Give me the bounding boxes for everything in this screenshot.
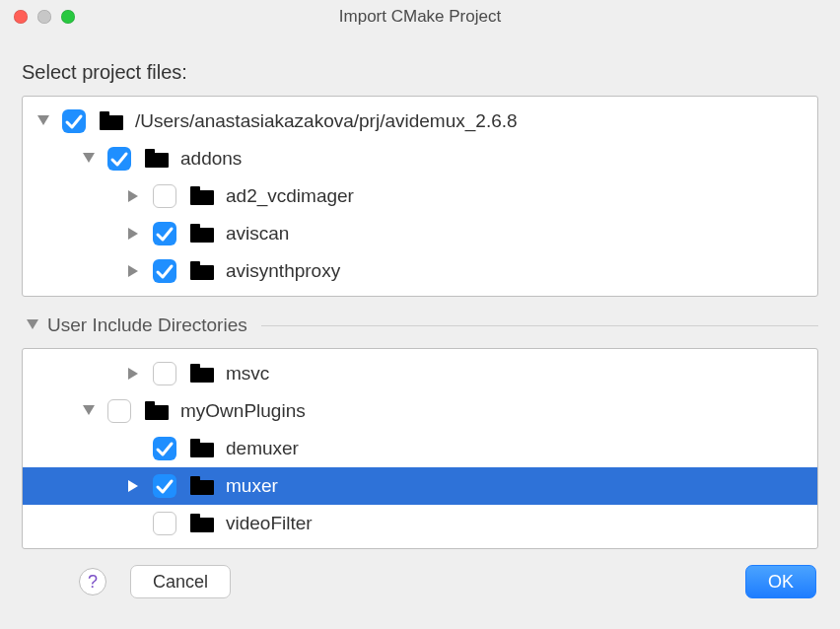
ok-button[interactable]: OK [745,565,816,598]
user-include-section-header[interactable]: User Include Directories [22,314,818,336]
folder-icon [190,439,216,458]
disclosure-triangle-icon[interactable] [33,115,54,127]
tree-label: muxer [226,475,278,497]
disclosure-triangle-icon[interactable] [22,319,43,331]
dialog-footer: ? Cancel OK [0,549,840,618]
tree-label: myOwnPlugins [180,400,306,422]
tree-row-muxer[interactable]: muxer [23,467,817,505]
tree-label: /Users/anastasiakazakova/prj/avidemux_2.… [135,110,518,132]
tree-row-videofilter[interactable]: videoFilter [23,505,817,542]
checkbox[interactable] [153,512,176,535]
folder-icon [190,224,216,244]
tree-label: msvc [226,363,269,384]
tree-row-msvc[interactable]: msvc [23,355,817,392]
disclosure-triangle-icon[interactable] [123,228,145,240]
window-controls [14,10,75,24]
disclosure-triangle-icon[interactable] [123,265,145,277]
checkbox[interactable] [153,222,176,245]
checkbox[interactable] [153,259,176,283]
checkbox[interactable] [153,474,176,498]
checkbox[interactable] [153,184,176,208]
help-button[interactable]: ? [79,568,106,595]
tree-row-root[interactable]: /Users/anastasiakazakova/prj/avidemux_2.… [23,103,817,140]
folder-icon [190,364,216,384]
maximize-window-button[interactable] [61,10,75,24]
checkbox[interactable] [153,362,176,385]
minimize-window-button[interactable] [37,10,51,24]
disclosure-triangle-icon[interactable] [78,153,100,165]
tree-row-myown[interactable]: myOwnPlugins [23,392,817,430]
project-files-tree: /Users/anastasiakazakova/prj/avidemux_2.… [22,96,818,297]
tree-row-demuxer[interactable]: demuxer [23,430,817,467]
disclosure-triangle-icon[interactable] [123,368,145,380]
section-title: User Include Directories [47,314,247,336]
cancel-button[interactable]: Cancel [130,565,231,598]
folder-icon [190,514,216,533]
titlebar: Import CMake Project [0,0,840,34]
folder-icon [145,401,171,421]
folder-icon [190,186,216,206]
disclosure-triangle-icon[interactable] [78,405,100,417]
tree-label: ad2_vcdimager [226,185,354,207]
tree-label: demuxer [226,438,299,459]
tree-row-aviscan[interactable]: aviscan [23,215,817,252]
close-window-button[interactable] [14,10,28,24]
folder-icon [100,111,125,131]
checkbox[interactable] [62,109,86,133]
tree-label: aviscan [226,223,289,245]
select-project-files-label: Select project files: [22,61,818,84]
checkbox[interactable] [107,147,131,171]
tree-row-avisynth[interactable]: avisynthproxy [23,252,817,290]
tree-row-addons[interactable]: addons [23,140,817,177]
separator [261,325,818,326]
tree-label: addons [180,148,242,170]
checkbox[interactable] [107,399,131,423]
tree-label: videoFilter [226,513,313,534]
window-title: Import CMake Project [0,7,840,27]
folder-icon [145,149,171,169]
tree-label: avisynthproxy [226,260,340,282]
checkbox[interactable] [153,437,176,460]
disclosure-triangle-icon[interactable] [123,190,145,202]
folder-icon [190,261,216,281]
disclosure-triangle-icon[interactable] [123,480,145,492]
folder-icon [190,476,216,496]
tree-row-ad2[interactable]: ad2_vcdimager [23,177,817,215]
include-directories-tree: msvc myOwnPlugins demuxer [22,348,818,549]
